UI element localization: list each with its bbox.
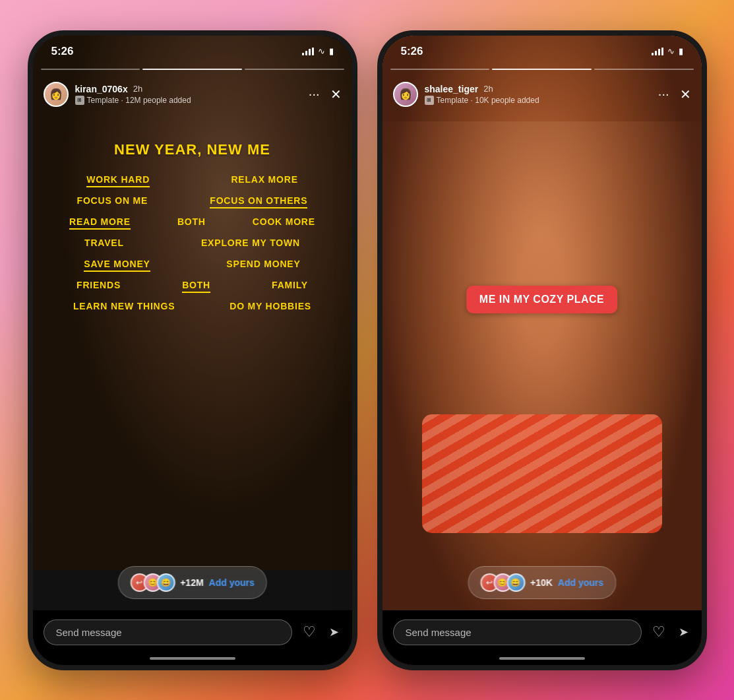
user-info-left: kiran_0706x 2h ⊞ Template · 12M people a… [75, 84, 309, 105]
mini-avatar-r2: 😄 [506, 573, 525, 592]
heart-button-left[interactable]: ♡ [300, 621, 319, 643]
choice-row-1: WORK HARD RELAX MORE [46, 174, 339, 187]
choice-cook-more[interactable]: COOK MORE [253, 216, 315, 230]
story-title-left: NEW YEAR, NEW ME [33, 141, 352, 158]
close-button-right[interactable]: ✕ [680, 86, 691, 102]
choice-work-hard[interactable]: WORK HARD [86, 174, 150, 187]
progress-segment [245, 69, 344, 70]
time-ago-right: 2h [483, 84, 493, 94]
bar4 [312, 48, 314, 55]
avatars-right: ↩ 😊 😄 [480, 573, 525, 592]
template-icon-left: ⊞ [75, 96, 84, 105]
message-input-right[interactable]: Send message [393, 620, 642, 645]
avatar-right: 👩 [393, 82, 418, 107]
template-row-left: ⊞ Template · 12M people added [75, 96, 309, 105]
template-row-right: ⊞ Template · 10K people added [425, 96, 658, 105]
choice-travel[interactable]: TRAVEL [84, 238, 124, 251]
choice-focus-me[interactable]: FOCUS ON ME [77, 195, 148, 208]
add-yours-label-right[interactable]: Add yours [558, 577, 603, 588]
choice-row-7: LEARN NEW THINGS DO MY HOBBIES [46, 301, 339, 314]
phone-right: 5:26 ∿ ▮ 👩 shalee_tiger [377, 30, 707, 670]
template-label-left: Template · 12M people added [87, 96, 191, 105]
striped-socks [422, 414, 662, 533]
progress-segment [41, 69, 140, 70]
choice-friends[interactable]: FRIENDS [76, 280, 121, 293]
close-button-left[interactable]: ✕ [330, 86, 342, 102]
bar1 [302, 53, 304, 55]
choices-container: WORK HARD RELAX MORE FOCUS ON ME FOCUS O… [46, 174, 339, 322]
cozy-sticker: ME IN MY COZY PLACE [466, 286, 617, 313]
signal-icon-right [652, 48, 663, 55]
choice-row-3: READ MORE BOTH COOK MORE [46, 216, 339, 230]
choice-hobbies[interactable]: DO MY HOBBIES [229, 301, 311, 314]
message-input-left[interactable]: Send message [44, 620, 292, 645]
story-header-right: 👩 shalee_tiger 2h ⊞ Template · 10K peopl… [382, 75, 702, 113]
progress-segment-r-active [492, 69, 592, 70]
more-button-right[interactable]: ··· [658, 86, 669, 102]
template-label-right: Template · 10K people added [437, 96, 539, 105]
mini-avatar-2: 😄 [156, 573, 175, 592]
signal-icon [302, 48, 314, 55]
choice-row-6: FRIENDS BOTH FAMILY [46, 280, 339, 293]
header-actions-left: ··· ✕ [309, 86, 342, 102]
add-yours-label-left[interactable]: Add yours [209, 577, 255, 588]
username-left[interactable]: kiran_0706x [75, 84, 128, 94]
choice-explore-town[interactable]: EXPLORE MY TOWN [201, 238, 300, 251]
template-icon-right: ⊞ [425, 96, 434, 105]
wifi-icon-right: ∿ [667, 46, 675, 56]
add-yours-pill-right[interactable]: ↩ 😊 😄 +10K Add yours [468, 566, 616, 599]
choice-row-2: FOCUS ON ME FOCUS ON OTHERS [46, 195, 339, 208]
progress-bar-right [390, 69, 694, 70]
send-button-right[interactable]: ➤ [676, 622, 691, 642]
add-yours-count-left: +12M [180, 577, 203, 588]
choice-relax-more[interactable]: RELAX MORE [231, 174, 297, 187]
story-header-left: 👩 kiran_0706x 2h ⊞ Template · 12M people… [33, 75, 352, 113]
wifi-icon: ∿ [318, 46, 325, 56]
more-button-left[interactable]: ··· [309, 86, 320, 102]
choice-spend-money[interactable]: SPEND MONEY [226, 259, 300, 272]
progress-bar-left [41, 69, 344, 70]
status-icons-right: ∿ ▮ [652, 46, 683, 56]
choice-family[interactable]: FAMILY [272, 280, 308, 293]
send-button-left[interactable]: ➤ [326, 622, 342, 642]
username-right[interactable]: shalee_tiger [425, 84, 479, 94]
progress-segment-r [390, 69, 490, 70]
heart-button-right[interactable]: ♡ [650, 621, 668, 643]
home-indicator-right [499, 657, 585, 660]
home-indicator-left [150, 657, 235, 660]
add-yours-count-right: +10K [530, 577, 553, 588]
choice-learn[interactable]: LEARN NEW THINGS [73, 301, 175, 314]
phone-left: 5:26 ∿ ▮ 👩 kiran_0706x [28, 30, 357, 670]
battery-icon-right: ▮ [679, 46, 683, 56]
choice-both-2[interactable]: BOTH [182, 280, 210, 293]
header-actions-right: ··· ✕ [658, 86, 691, 102]
progress-segment-active [142, 69, 242, 70]
choice-read-more[interactable]: READ MORE [69, 216, 131, 230]
status-icons-left: ∿ ▮ [302, 46, 334, 56]
bar2 [305, 51, 307, 55]
choice-save-money[interactable]: SAVE MONEY [84, 259, 150, 272]
choice-row-5: SAVE MONEY SPEND MONEY [46, 259, 339, 272]
user-info-right: shalee_tiger 2h ⊞ Template · 10K people … [425, 84, 658, 105]
bar3 [309, 49, 311, 55]
progress-segment-r2 [594, 69, 694, 70]
status-time-right: 5:26 [401, 45, 423, 58]
avatar-left: 👩 [44, 82, 69, 107]
choice-focus-others[interactable]: FOCUS ON OTHERS [210, 195, 307, 208]
status-time-left: 5:26 [51, 45, 74, 58]
avatars-left: ↩ 😊 😄 [130, 573, 175, 592]
time-ago-left: 2h [133, 84, 142, 94]
battery-icon: ▮ [329, 46, 334, 56]
status-bar-left: 5:26 ∿ ▮ [33, 36, 352, 63]
choice-row-4: TRAVEL EXPLORE MY TOWN [46, 238, 339, 251]
add-yours-pill-left[interactable]: ↩ 😊 😄 +12M Add yours [117, 566, 267, 599]
status-bar-right: 5:26 ∿ ▮ [382, 36, 702, 63]
choice-both-1[interactable]: BOTH [177, 216, 206, 230]
